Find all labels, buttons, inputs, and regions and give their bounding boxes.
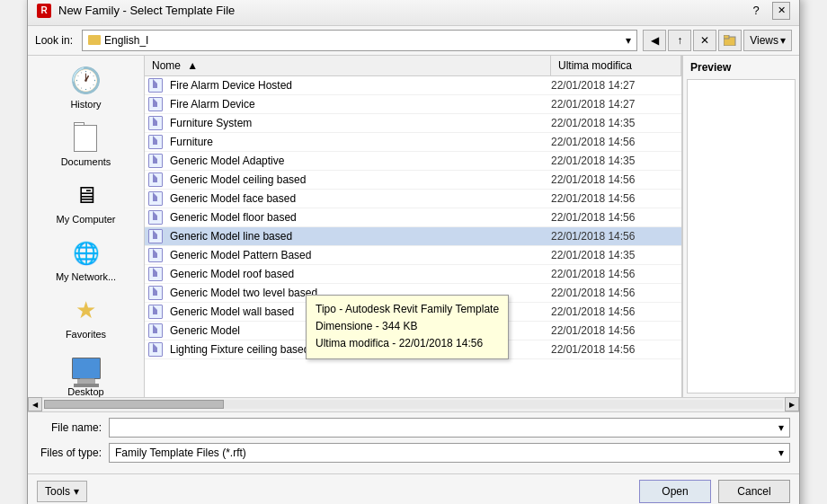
nav-item-favorites[interactable]: ★ Favorites	[28, 289, 144, 347]
nav-my-computer-label: My Computer	[56, 214, 115, 225]
table-row[interactable]: Generic Model22/01/2018 14:56	[145, 322, 681, 340]
scroll-left-button[interactable]: ◀	[28, 397, 42, 411]
favorites-icon: ★	[68, 296, 104, 325]
left-nav: 🕐 History Documents 🖥 My Computer 🌐 My N…	[28, 56, 145, 397]
table-row[interactable]: Lighting Fixture ceiling based22/01/2018…	[145, 340, 681, 359]
file-name-cell: Generic Model Pattern Based	[170, 249, 551, 261]
views-label: Views	[750, 34, 778, 47]
file-date-cell: 22/01/2018 14:56	[551, 136, 681, 148]
nav-item-desktop[interactable]: Desktop	[28, 347, 144, 397]
dropdown-arrow-icon: ▾	[626, 34, 631, 47]
table-row[interactable]: Generic Model line based22/01/2018 14:56	[145, 227, 681, 246]
file-list-header: Nome ▲ Ultima modifica	[145, 56, 681, 76]
title-bar: R New Family - Select Template File ? ✕	[28, 0, 799, 26]
file-date-cell: 22/01/2018 14:56	[551, 343, 681, 356]
table-row[interactable]: Generic Model floor based22/01/2018 14:5…	[145, 208, 681, 227]
table-row[interactable]: Generic Model Adaptive22/01/2018 14:35	[145, 152, 681, 171]
nav-item-my-network[interactable]: 🌐 My Network...	[28, 232, 144, 289]
file-name-row: File name: ▾	[37, 418, 790, 438]
column-name-header[interactable]: Nome ▲	[145, 56, 551, 75]
desktop-icon	[68, 354, 104, 383]
close-button[interactable]: ✕	[772, 2, 790, 20]
history-icon: 🕐	[68, 66, 104, 95]
preview-pane: Preview	[682, 56, 799, 397]
file-date-cell: 22/01/2018 14:35	[551, 249, 681, 261]
bottom-fields: File name: ▾ Files of type: Family Templ…	[28, 411, 799, 473]
scroll-thumb[interactable]	[44, 400, 224, 409]
column-date-header[interactable]: Ultima modifica	[551, 56, 681, 75]
file-name-cell: Furniture	[170, 136, 551, 148]
file-date-cell: 22/01/2018 14:56	[551, 230, 681, 243]
nav-my-network-label: My Network...	[56, 271, 116, 282]
table-row[interactable]: Generic Model roof based22/01/2018 14:56	[145, 265, 681, 284]
file-date-cell: 22/01/2018 14:56	[551, 192, 681, 205]
table-row[interactable]: Fire Alarm Device Hosted22/01/2018 14:27	[145, 76, 681, 95]
svg-rect-1	[724, 35, 729, 39]
file-name-dropdown-icon: ▾	[778, 421, 784, 434]
file-name-input-wrapper[interactable]: ▾	[109, 418, 790, 438]
file-icon	[148, 154, 166, 168]
table-row[interactable]: Furniture22/01/2018 14:56	[145, 133, 681, 152]
file-name-cell: Fire Alarm Device	[170, 98, 551, 111]
nav-item-my-computer[interactable]: 🖥 My Computer	[28, 174, 144, 232]
file-date-cell: 22/01/2018 14:27	[551, 98, 681, 111]
new-folder-button[interactable]	[718, 30, 742, 51]
file-date-cell: 22/01/2018 14:56	[551, 324, 681, 337]
file-icon	[148, 191, 166, 206]
file-icon	[148, 172, 166, 187]
file-name-cell: Generic Model ceiling based	[170, 173, 551, 186]
nav-documents-label: Documents	[61, 156, 111, 167]
tools-button[interactable]: Tools ▾	[37, 481, 87, 502]
up-button[interactable]: ↑	[668, 30, 691, 51]
file-name-cell: Generic Model	[170, 324, 551, 337]
nav-history-label: History	[70, 99, 101, 110]
file-name-input[interactable]	[115, 421, 778, 434]
tools-arrow-icon: ▾	[74, 485, 79, 498]
help-button[interactable]: ?	[747, 2, 765, 20]
look-in-combo[interactable]: English_I ▾	[82, 30, 637, 51]
file-name-cell: Furniture System	[170, 117, 551, 129]
file-date-cell: 22/01/2018 14:27	[551, 79, 681, 92]
nav-item-documents[interactable]: Documents	[28, 117, 144, 174]
title-bar-controls: ? ✕	[747, 2, 790, 20]
main-area: 🕐 History Documents 🖥 My Computer 🌐 My N…	[28, 56, 799, 397]
cancel-button[interactable]: Cancel	[718, 480, 790, 503]
table-row[interactable]: Generic Model two level based22/01/2018 …	[145, 284, 681, 303]
nav-item-history[interactable]: 🕐 History	[28, 59, 144, 117]
views-button[interactable]: Views ▾	[743, 30, 792, 51]
network-icon: 🌐	[68, 239, 104, 268]
table-row[interactable]: Fire Alarm Device22/01/2018 14:27	[145, 95, 681, 114]
title-bar-left: R New Family - Select Template File	[37, 4, 235, 18]
file-date-cell: 22/01/2018 14:56	[551, 211, 681, 224]
table-row[interactable]: Furniture System22/01/2018 14:35	[145, 114, 681, 133]
look-in-inner: English_I	[88, 34, 148, 47]
file-icon	[148, 248, 166, 262]
nav-favorites-label: Favorites	[66, 329, 106, 340]
look-in-value: English_I	[104, 34, 148, 47]
preview-label: Preview	[687, 59, 796, 75]
table-row[interactable]: Generic Model wall based22/01/2018 14:56	[145, 303, 681, 322]
computer-icon: 🖥	[68, 181, 104, 210]
file-type-combo[interactable]: Family Template Files (*.rft) ▾	[109, 443, 790, 463]
file-name-cell: Generic Model two level based	[170, 287, 551, 299]
file-name-label: File name:	[37, 421, 109, 434]
open-button[interactable]: Open	[639, 480, 711, 503]
back-button[interactable]: ◀	[643, 30, 666, 51]
documents-icon	[68, 124, 104, 153]
scroll-right-button[interactable]: ▶	[785, 397, 799, 411]
file-name-cell: Generic Model floor based	[170, 211, 551, 224]
horizontal-scrollbar[interactable]: ◀ ▶	[28, 397, 799, 411]
table-row[interactable]: Generic Model Pattern Based22/01/2018 14…	[145, 246, 681, 265]
table-row[interactable]: Generic Model face based22/01/2018 14:56	[145, 190, 681, 208]
views-arrow-icon: ▾	[780, 34, 786, 47]
table-row[interactable]: Generic Model ceiling based22/01/2018 14…	[145, 171, 681, 190]
delete-button[interactable]: ✕	[693, 30, 716, 51]
col-date-label: Ultima modifica	[558, 59, 632, 72]
scroll-track[interactable]	[44, 400, 783, 409]
file-icon	[148, 97, 166, 111]
file-list-area[interactable]: Nome ▲ Ultima modifica Fire Alarm Device…	[145, 56, 682, 397]
file-date-cell: 22/01/2018 14:35	[551, 155, 681, 167]
file-icon	[148, 267, 166, 281]
file-type-value: Family Template Files (*.rft)	[115, 447, 246, 459]
sort-arrow-icon: ▲	[187, 59, 198, 72]
